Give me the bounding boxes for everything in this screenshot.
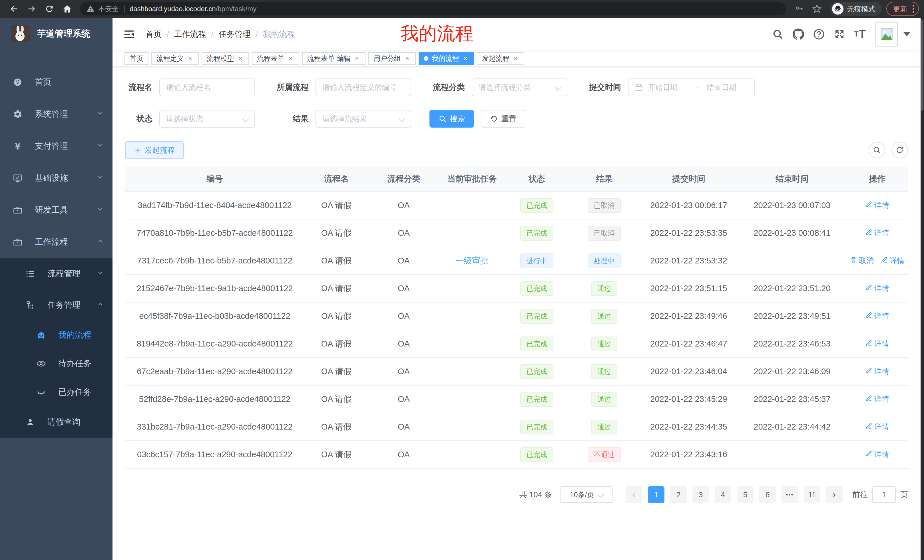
- sidebar-item-top-0[interactable]: 首页: [0, 66, 112, 98]
- avatar-dropdown-caret-icon[interactable]: [903, 32, 910, 36]
- pagination-ellipsis[interactable]: •••: [782, 487, 798, 503]
- detail-action-link[interactable]: 详情: [865, 283, 889, 293]
- search-button[interactable]: 搜索: [429, 110, 474, 127]
- browser-reload-icon[interactable]: [43, 2, 56, 15]
- detail-action-link[interactable]: 详情: [865, 311, 889, 321]
- show-search-toggle-button[interactable]: [868, 142, 885, 159]
- process-definition-input[interactable]: [322, 83, 404, 92]
- pagination-prev-button[interactable]: ‹: [626, 487, 642, 503]
- browser-home-icon[interactable]: [60, 2, 74, 15]
- start-process-button[interactable]: 发起流程: [125, 141, 184, 159]
- close-icon[interactable]: ×: [287, 55, 294, 62]
- detail-action-link[interactable]: 详情: [865, 367, 889, 376]
- url-bar[interactable]: 不安全 dashboard.yudao.iocoder.cn/bpm/task/…: [80, 2, 786, 15]
- cell-submit-time: 2022-01-23 00:06:17: [640, 192, 738, 219]
- breadcrumb-item[interactable]: 任务管理: [219, 29, 251, 40]
- breadcrumb-item[interactable]: 首页: [146, 29, 162, 40]
- cancel-action-link[interactable]: 取消: [850, 256, 874, 266]
- close-icon[interactable]: ×: [462, 55, 469, 62]
- task-link[interactable]: 一级审批: [455, 256, 489, 265]
- cell-submit-time: 2022-01-22 23:46:04: [640, 358, 738, 385]
- goto-page-input[interactable]: [872, 487, 896, 503]
- sidebar-item-top-5[interactable]: 工作流程: [0, 226, 112, 258]
- pagination-page-button[interactable]: 6: [759, 487, 776, 503]
- browser-back-icon[interactable]: [8, 2, 21, 15]
- fullscreen-icon[interactable]: [830, 25, 849, 43]
- close-icon[interactable]: ×: [354, 55, 360, 62]
- github-icon[interactable]: [789, 25, 807, 43]
- sidebar-item-top-4[interactable]: 研发工具: [0, 194, 112, 226]
- tab-7[interactable]: 发起流程×: [477, 52, 524, 65]
- pagination-page-button[interactable]: 2: [670, 487, 687, 503]
- tab-5[interactable]: 用户分组×: [368, 52, 416, 65]
- pagination-page-button[interactable]: 1: [648, 487, 664, 503]
- tab-4[interactable]: 流程表单-编辑×: [302, 52, 366, 65]
- cell-status: 已完成: [505, 302, 569, 330]
- pagination-next-button[interactable]: ›: [826, 487, 843, 503]
- cell-current-task: [439, 358, 505, 385]
- status-select[interactable]: 请选择状态: [159, 110, 255, 127]
- result-select[interactable]: 请选择流结果: [315, 110, 411, 127]
- header-search-icon[interactable]: [769, 25, 787, 43]
- scrollbar-thumb[interactable]: [921, 19, 923, 111]
- sidebar-item-sub-3[interactable]: 待办任务: [0, 349, 112, 378]
- help-question-icon[interactable]: [810, 25, 828, 43]
- tab-3[interactable]: 流程表单×: [252, 52, 299, 65]
- page-size-select[interactable]: 10条/页: [560, 487, 613, 503]
- sidebar-item-top-1[interactable]: 系统管理: [0, 98, 112, 130]
- result-badge: 通过: [591, 309, 617, 324]
- bookmark-star-icon[interactable]: [810, 2, 824, 15]
- sidebar-item-sub-5[interactable]: 请假查询: [0, 406, 112, 438]
- detail-action-link[interactable]: 详情: [865, 339, 889, 349]
- browser-menu-icon[interactable]: [913, 4, 914, 14]
- submit-time-range-picker[interactable]: 开始日期 - 结束日期: [628, 78, 755, 96]
- cell-submit-time: 2022-01-22 23:51:15: [640, 275, 738, 302]
- cell-result: 已取消: [569, 219, 640, 247]
- avatar[interactable]: [876, 22, 898, 46]
- pagination-page-button[interactable]: 3: [692, 487, 709, 503]
- browser-forward-icon[interactable]: [25, 2, 38, 15]
- detail-action-link[interactable]: 详情: [880, 256, 904, 266]
- breadcrumb-item[interactable]: 工作流程: [174, 29, 206, 40]
- sidebar-item-top-3[interactable]: 基础设施: [0, 162, 112, 194]
- tab-2[interactable]: 流程模型×: [202, 52, 249, 65]
- pagination-page-button[interactable]: 11: [804, 487, 820, 503]
- cell-id: 52ffd28e-7b9a-11ec-a290-acde48001122: [125, 385, 304, 413]
- process-name-input[interactable]: [166, 83, 248, 92]
- tab-0[interactable]: 首页: [124, 52, 148, 65]
- status-badge: 进行中: [520, 253, 554, 268]
- detail-action-link[interactable]: 详情: [865, 449, 889, 460]
- sidebar-item-sub-4[interactable]: 已办任务: [0, 378, 112, 406]
- sidebar-item-top-2[interactable]: ¥支付管理: [0, 130, 112, 162]
- password-key-icon[interactable]: [793, 2, 806, 15]
- refresh-table-button[interactable]: [891, 142, 908, 159]
- close-icon[interactable]: ×: [512, 55, 519, 62]
- detail-action-link[interactable]: 详情: [865, 228, 889, 238]
- font-size-icon[interactable]: TT: [851, 25, 869, 43]
- tab-1[interactable]: 流程定义×: [152, 52, 199, 65]
- sidebar-item-sub-1[interactable]: 任务管理: [0, 289, 112, 321]
- result-badge: 通过: [591, 392, 617, 407]
- tab-6[interactable]: 我的流程×: [418, 52, 474, 65]
- reset-button[interactable]: 重置: [481, 110, 525, 127]
- pagination: 共 104 条 10条/页 ‹ 123456•••11 › 前往 页: [125, 487, 908, 503]
- cell-current-task: [439, 385, 505, 413]
- app-logo-row[interactable]: 芋道管理系统: [0, 18, 112, 49]
- pagination-page-button[interactable]: 4: [715, 487, 731, 503]
- filter-row-1: 流程名 所属流程 流程分类 请选择流程分类 提交时间 开始日期 - 结束日期: [125, 78, 908, 96]
- sidebar-item-sub-0[interactable]: 流程管理: [0, 258, 112, 289]
- sidebar-item-sub-2[interactable]: 我的流程: [0, 321, 112, 349]
- browser-update-button[interactable]: 更新: [886, 2, 919, 16]
- detail-action-link[interactable]: 详情: [865, 394, 889, 404]
- detail-action-link[interactable]: 详情: [865, 201, 889, 210]
- sidebar-collapse-icon[interactable]: [123, 28, 135, 40]
- pagination-page-button[interactable]: 5: [737, 487, 753, 503]
- cell-submit-time: 2022-01-22 23:53:32: [640, 247, 738, 275]
- close-icon[interactable]: ×: [404, 55, 411, 62]
- close-icon[interactable]: ×: [237, 55, 244, 62]
- detail-action-link[interactable]: 详情: [865, 422, 889, 432]
- close-icon[interactable]: ×: [187, 55, 194, 62]
- process-category-select[interactable]: 请选择流程分类: [472, 78, 567, 96]
- status-badge: 已完成: [520, 198, 554, 213]
- browser-scrollbar[interactable]: [921, 18, 924, 560]
